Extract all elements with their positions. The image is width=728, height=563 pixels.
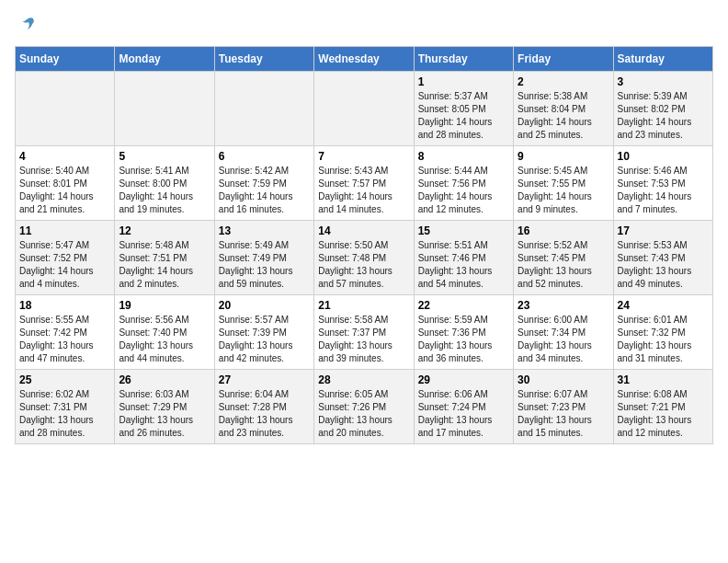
calendar-cell: 5Sunrise: 5:41 AMSunset: 8:00 PMDaylight… [115, 145, 214, 220]
calendar-cell: 11Sunrise: 5:47 AMSunset: 7:52 PMDayligh… [16, 220, 115, 294]
day-number: 3 [618, 75, 709, 88]
day-info: Sunrise: 5:41 AMSunset: 8:00 PMDaylight:… [119, 165, 210, 216]
day-number: 25 [19, 373, 110, 386]
day-info: Sunrise: 5:58 AMSunset: 7:37 PMDaylight:… [318, 314, 409, 365]
calendar-week-row: 4Sunrise: 5:40 AMSunset: 8:01 PMDaylight… [16, 145, 713, 220]
logo [15, 15, 37, 39]
day-info: Sunrise: 5:46 AMSunset: 7:53 PMDaylight:… [618, 165, 709, 216]
day-number: 26 [119, 373, 210, 386]
day-info: Sunrise: 5:44 AMSunset: 7:56 PMDaylight:… [418, 165, 509, 216]
day-number: 10 [618, 150, 709, 163]
day-info: Sunrise: 6:07 AMSunset: 7:23 PMDaylight:… [518, 388, 609, 440]
column-header-monday: Monday [115, 46, 214, 71]
day-number: 16 [518, 224, 609, 237]
day-number: 24 [618, 299, 709, 312]
day-info: Sunrise: 5:42 AMSunset: 7:59 PMDaylight:… [219, 165, 310, 216]
day-info: Sunrise: 5:43 AMSunset: 7:57 PMDaylight:… [318, 165, 409, 216]
calendar-cell: 19Sunrise: 5:56 AMSunset: 7:40 PMDayligh… [115, 294, 214, 369]
calendar-cell: 14Sunrise: 5:50 AMSunset: 7:48 PMDayligh… [314, 220, 414, 294]
page-header [15, 15, 713, 39]
day-info: Sunrise: 5:55 AMSunset: 7:42 PMDaylight:… [19, 314, 110, 365]
day-number: 22 [418, 299, 509, 312]
day-info: Sunrise: 5:37 AMSunset: 8:05 PMDaylight:… [418, 90, 509, 142]
day-number: 15 [418, 224, 509, 237]
day-number: 11 [19, 224, 110, 237]
calendar-cell: 28Sunrise: 6:05 AMSunset: 7:26 PMDayligh… [314, 369, 414, 443]
calendar-cell: 23Sunrise: 6:00 AMSunset: 7:34 PMDayligh… [514, 294, 613, 369]
calendar-cell: 26Sunrise: 6:03 AMSunset: 7:29 PMDayligh… [115, 369, 214, 443]
calendar-cell: 10Sunrise: 5:46 AMSunset: 7:53 PMDayligh… [613, 145, 712, 220]
day-number: 5 [119, 150, 210, 163]
day-info: Sunrise: 6:06 AMSunset: 7:24 PMDaylight:… [418, 388, 509, 440]
calendar-cell: 12Sunrise: 5:48 AMSunset: 7:51 PMDayligh… [115, 220, 214, 294]
calendar-cell: 27Sunrise: 6:04 AMSunset: 7:28 PMDayligh… [214, 369, 313, 443]
day-number: 30 [518, 373, 609, 386]
column-header-tuesday: Tuesday [214, 46, 313, 71]
calendar-cell [214, 71, 313, 145]
day-info: Sunrise: 5:52 AMSunset: 7:45 PMDaylight:… [518, 239, 609, 291]
day-number: 14 [318, 224, 409, 237]
calendar-cell: 1Sunrise: 5:37 AMSunset: 8:05 PMDaylight… [414, 71, 513, 145]
day-number: 18 [19, 299, 110, 312]
day-number: 21 [318, 299, 409, 312]
calendar-cell: 16Sunrise: 5:52 AMSunset: 7:45 PMDayligh… [514, 220, 613, 294]
day-info: Sunrise: 5:51 AMSunset: 7:46 PMDaylight:… [418, 239, 509, 291]
column-header-wednesday: Wednesday [314, 46, 414, 71]
day-number: 2 [518, 75, 609, 88]
day-info: Sunrise: 5:50 AMSunset: 7:48 PMDaylight:… [318, 239, 409, 291]
day-number: 6 [219, 150, 310, 163]
day-number: 17 [618, 224, 709, 237]
calendar-table: SundayMondayTuesdayWednesdayThursdayFrid… [15, 46, 713, 444]
calendar-cell: 29Sunrise: 6:06 AMSunset: 7:24 PMDayligh… [414, 369, 513, 443]
day-number: 28 [318, 373, 409, 386]
day-info: Sunrise: 5:48 AMSunset: 7:51 PMDaylight:… [119, 239, 210, 291]
calendar-week-row: 1Sunrise: 5:37 AMSunset: 8:05 PMDaylight… [16, 71, 713, 145]
column-header-friday: Friday [514, 46, 613, 71]
calendar-cell: 4Sunrise: 5:40 AMSunset: 8:01 PMDaylight… [16, 145, 115, 220]
calendar-cell: 13Sunrise: 5:49 AMSunset: 7:49 PMDayligh… [214, 220, 313, 294]
day-info: Sunrise: 5:53 AMSunset: 7:43 PMDaylight:… [618, 239, 709, 291]
column-header-thursday: Thursday [414, 46, 513, 71]
day-number: 27 [219, 373, 310, 386]
day-info: Sunrise: 5:39 AMSunset: 8:02 PMDaylight:… [618, 90, 709, 142]
day-number: 7 [318, 150, 409, 163]
day-info: Sunrise: 5:38 AMSunset: 8:04 PMDaylight:… [518, 90, 609, 142]
day-info: Sunrise: 6:04 AMSunset: 7:28 PMDaylight:… [219, 388, 310, 440]
day-info: Sunrise: 6:08 AMSunset: 7:21 PMDaylight:… [618, 388, 709, 440]
calendar-cell: 3Sunrise: 5:39 AMSunset: 8:02 PMDaylight… [613, 71, 712, 145]
day-info: Sunrise: 5:47 AMSunset: 7:52 PMDaylight:… [19, 239, 110, 291]
day-info: Sunrise: 6:02 AMSunset: 7:31 PMDaylight:… [19, 388, 110, 440]
day-info: Sunrise: 6:03 AMSunset: 7:29 PMDaylight:… [119, 388, 210, 440]
day-number: 12 [119, 224, 210, 237]
day-number: 20 [219, 299, 310, 312]
day-number: 9 [518, 150, 609, 163]
calendar-cell: 31Sunrise: 6:08 AMSunset: 7:21 PMDayligh… [613, 369, 712, 443]
day-info: Sunrise: 5:40 AMSunset: 8:01 PMDaylight:… [19, 165, 110, 216]
day-info: Sunrise: 6:01 AMSunset: 7:32 PMDaylight:… [618, 314, 709, 365]
calendar-cell: 15Sunrise: 5:51 AMSunset: 7:46 PMDayligh… [414, 220, 513, 294]
calendar-cell: 8Sunrise: 5:44 AMSunset: 7:56 PMDaylight… [414, 145, 513, 220]
day-info: Sunrise: 5:45 AMSunset: 7:55 PMDaylight:… [518, 165, 609, 216]
calendar-cell: 24Sunrise: 6:01 AMSunset: 7:32 PMDayligh… [613, 294, 712, 369]
calendar-cell [115, 71, 214, 145]
day-info: Sunrise: 6:05 AMSunset: 7:26 PMDaylight:… [318, 388, 409, 440]
calendar-week-row: 11Sunrise: 5:47 AMSunset: 7:52 PMDayligh… [16, 220, 713, 294]
calendar-cell: 30Sunrise: 6:07 AMSunset: 7:23 PMDayligh… [514, 369, 613, 443]
calendar-header-row: SundayMondayTuesdayWednesdayThursdayFrid… [16, 46, 713, 71]
day-info: Sunrise: 5:57 AMSunset: 7:39 PMDaylight:… [219, 314, 310, 365]
column-header-sunday: Sunday [16, 46, 115, 71]
calendar-cell [16, 71, 115, 145]
day-number: 19 [119, 299, 210, 312]
calendar-cell: 22Sunrise: 5:59 AMSunset: 7:36 PMDayligh… [414, 294, 513, 369]
day-info: Sunrise: 5:49 AMSunset: 7:49 PMDaylight:… [219, 239, 310, 291]
calendar-cell: 2Sunrise: 5:38 AMSunset: 8:04 PMDaylight… [514, 71, 613, 145]
calendar-cell: 20Sunrise: 5:57 AMSunset: 7:39 PMDayligh… [214, 294, 313, 369]
calendar-cell: 18Sunrise: 5:55 AMSunset: 7:42 PMDayligh… [16, 294, 115, 369]
calendar-week-row: 18Sunrise: 5:55 AMSunset: 7:42 PMDayligh… [16, 294, 713, 369]
calendar-cell: 7Sunrise: 5:43 AMSunset: 7:57 PMDaylight… [314, 145, 414, 220]
calendar-cell [314, 71, 414, 145]
day-number: 4 [19, 150, 110, 163]
calendar-cell: 25Sunrise: 6:02 AMSunset: 7:31 PMDayligh… [16, 369, 115, 443]
calendar-cell: 17Sunrise: 5:53 AMSunset: 7:43 PMDayligh… [613, 220, 712, 294]
day-number: 1 [418, 75, 509, 88]
